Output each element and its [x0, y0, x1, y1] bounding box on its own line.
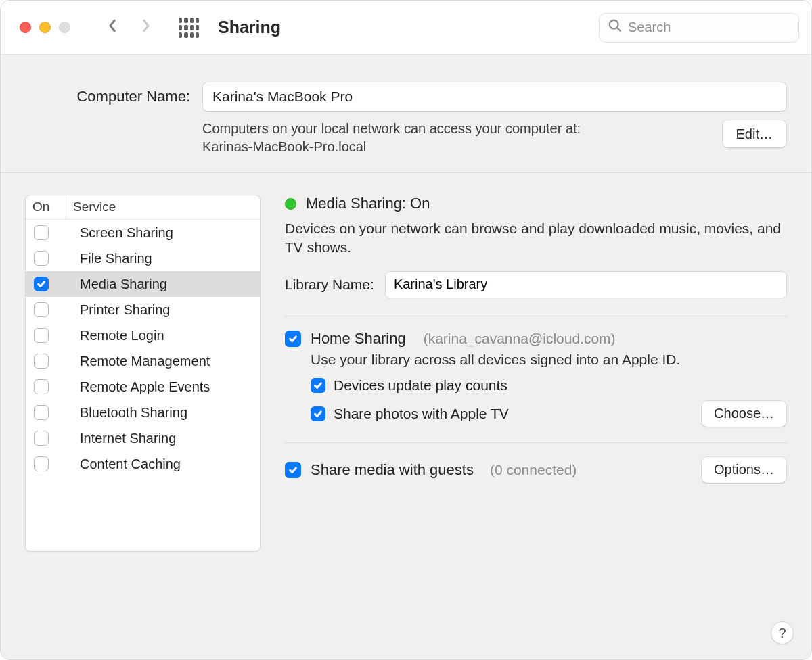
service-label: Printer Sharing: [80, 302, 170, 318]
services-header-on: On: [26, 195, 66, 219]
search-field[interactable]: [599, 13, 799, 43]
service-row[interactable]: Screen Sharing: [26, 220, 260, 245]
window-controls: [20, 22, 70, 33]
services-table: On Service Screen SharingFile SharingMed…: [25, 195, 261, 552]
service-row[interactable]: Remote Login: [26, 323, 260, 348]
service-checkbox[interactable]: [34, 225, 49, 240]
library-name-field[interactable]: [385, 271, 787, 298]
services-header: On Service: [26, 195, 260, 220]
toolbar: Sharing: [1, 1, 811, 55]
home-sharing-label: Home Sharing: [311, 330, 406, 348]
computer-name-description: Computers on your local network can acce…: [202, 120, 708, 156]
service-row[interactable]: Remote Apple Events: [26, 374, 260, 400]
service-label: Remote Apple Events: [80, 379, 210, 395]
computer-name-label: Computer Name:: [25, 88, 190, 105]
service-label: Screen Sharing: [80, 225, 173, 241]
share-photos-label: Share photos with Apple TV: [334, 406, 509, 422]
service-row[interactable]: Printer Sharing: [26, 297, 260, 323]
choose-photos-button[interactable]: Choose…: [701, 400, 787, 427]
service-status-description: Devices on your network can browse and p…: [285, 219, 787, 258]
service-row[interactable]: File Sharing: [26, 245, 260, 271]
guest-sharing-section: Share media with guests (0 connected) Op…: [285, 443, 787, 498]
service-checkbox[interactable]: [34, 379, 49, 394]
service-label: Remote Management: [80, 354, 210, 369]
home-sharing-account: (karina_cavanna@icloud.com): [424, 331, 616, 347]
svg-point-0: [610, 20, 618, 29]
service-row[interactable]: Bluetooth Sharing: [26, 400, 260, 425]
service-label: Remote Login: [80, 328, 164, 344]
home-sharing-section: Home Sharing (karina_cavanna@icloud.com)…: [285, 316, 787, 442]
update-play-counts-label: Devices update play counts: [334, 377, 508, 394]
library-name-label: Library Name:: [285, 277, 374, 293]
service-checkbox[interactable]: [34, 277, 49, 291]
service-row[interactable]: Content Caching: [26, 451, 260, 477]
service-status-text: Media Sharing: On: [306, 195, 430, 212]
minimize-window-button[interactable]: [39, 22, 51, 33]
zoom-window-button[interactable]: [59, 22, 70, 33]
content-area: Computer Name: Computers on your local n…: [1, 55, 811, 659]
search-input[interactable]: [628, 20, 790, 35]
services-header-svc: Service: [66, 195, 260, 219]
nav-back-button[interactable]: [102, 16, 125, 39]
computer-name-section: Computer Name: Computers on your local n…: [1, 55, 811, 172]
service-label: Media Sharing: [80, 277, 167, 292]
pane-title: Sharing: [218, 18, 281, 37]
share-photos-checkbox[interactable]: [311, 406, 325, 421]
all-preferences-grid-icon[interactable]: [179, 18, 199, 38]
computer-name-field[interactable]: [202, 82, 787, 112]
service-checkbox[interactable]: [34, 456, 49, 471]
service-label: Internet Sharing: [80, 431, 176, 446]
service-row[interactable]: Internet Sharing: [26, 425, 260, 451]
service-label: Bluetooth Sharing: [80, 405, 187, 421]
service-checkbox[interactable]: [34, 354, 49, 369]
service-label: File Sharing: [80, 251, 152, 266]
home-sharing-description: Use your library across all devices sign…: [311, 352, 787, 368]
chevron-left-icon: [107, 18, 119, 37]
guest-options-button[interactable]: Options…: [701, 456, 787, 484]
nav-forward-button[interactable]: [134, 16, 157, 39]
search-icon: [608, 18, 623, 37]
status-indicator-icon: [285, 198, 296, 210]
service-detail-pane: Media Sharing: On Devices on your networ…: [261, 173, 811, 552]
help-button[interactable]: ?: [771, 621, 794, 644]
preferences-window: Sharing Computer Name: Computers on your…: [0, 0, 812, 660]
service-label: Content Caching: [80, 456, 181, 472]
share-with-guests-checkbox[interactable]: [285, 462, 301, 478]
service-checkbox[interactable]: [34, 431, 49, 446]
service-checkbox[interactable]: [34, 251, 49, 266]
guests-connected-count: (0 connected): [490, 462, 577, 478]
service-checkbox[interactable]: [34, 328, 49, 343]
update-play-counts-checkbox[interactable]: [311, 378, 325, 393]
service-row[interactable]: Remote Management: [26, 348, 260, 374]
service-checkbox[interactable]: [34, 302, 49, 317]
share-with-guests-label: Share media with guests: [311, 461, 474, 479]
chevron-right-icon: [139, 18, 152, 37]
home-sharing-checkbox[interactable]: [285, 331, 301, 347]
svg-line-1: [617, 28, 621, 31]
service-checkbox[interactable]: [34, 405, 49, 420]
service-row[interactable]: Media Sharing: [26, 271, 260, 297]
edit-hostname-button[interactable]: Edit…: [722, 120, 787, 148]
close-window-button[interactable]: [20, 22, 31, 33]
